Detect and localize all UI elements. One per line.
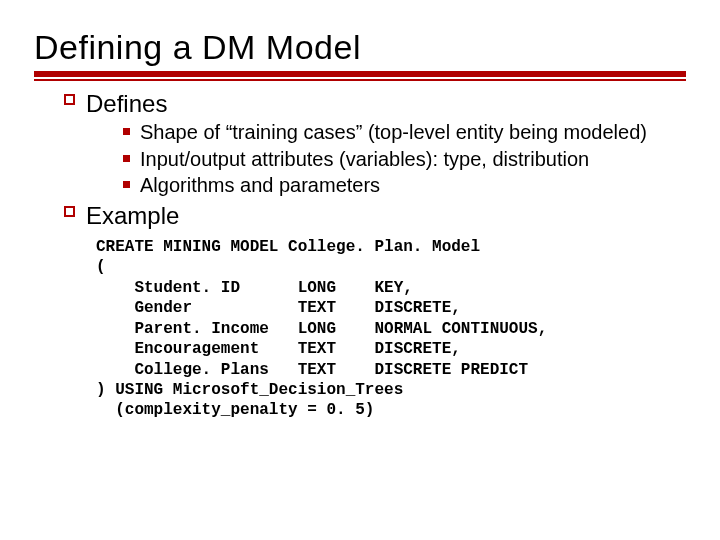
section-example: Example	[52, 201, 686, 230]
hollow-square-icon	[52, 89, 86, 118]
section-defines: Defines	[52, 89, 686, 118]
section-heading: Example	[86, 201, 686, 230]
title-rule-thick	[34, 71, 686, 77]
filled-square-icon	[112, 147, 140, 171]
hollow-square-icon	[52, 201, 86, 230]
list-item-text: Shape of “training cases” (top-level ent…	[140, 120, 686, 144]
title-rule-thin	[34, 79, 686, 81]
list-item-text: Algorithms and parameters	[140, 173, 686, 197]
slide-body: Defines Shape of “training cases” (top-l…	[34, 89, 686, 421]
list-item: Input/output attributes (variables): typ…	[112, 147, 686, 171]
slide: Defining a DM Model Defines Shape of “tr…	[0, 0, 720, 540]
filled-square-icon	[112, 120, 140, 144]
list-item: Shape of “training cases” (top-level ent…	[112, 120, 686, 144]
list-item-text: Input/output attributes (variables): typ…	[140, 147, 686, 171]
section-heading: Defines	[86, 89, 686, 118]
slide-title: Defining a DM Model	[34, 28, 686, 67]
code-block: CREATE MINING MODEL College. Plan. Model…	[96, 237, 686, 421]
filled-square-icon	[112, 173, 140, 197]
list-item: Algorithms and parameters	[112, 173, 686, 197]
